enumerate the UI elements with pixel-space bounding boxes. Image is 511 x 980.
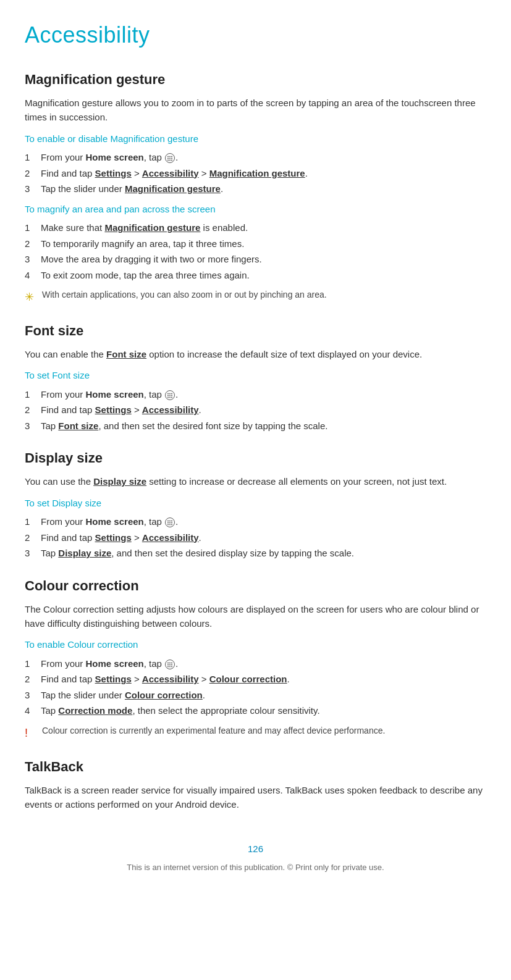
svg-point-15	[169, 395, 171, 396]
step-item: 3Tap the slider under Colour correction.	[25, 689, 486, 703]
svg-point-12	[169, 393, 171, 394]
warning-text: Colour correction is currently an experi…	[42, 724, 385, 737]
svg-point-24	[167, 522, 169, 524]
tip-icon: ✳	[25, 289, 37, 306]
step-item: 1From your Home screen, tap .	[25, 388, 486, 402]
section-desc-colour-correction: The Colour correction setting adjusts ho…	[25, 602, 486, 631]
svg-point-25	[169, 522, 171, 524]
section-title-font-size: Font size	[25, 320, 486, 341]
svg-point-1	[167, 156, 169, 157]
svg-point-18	[169, 396, 171, 398]
section-desc-magnification: Magnification gesture allows you to zoom…	[25, 96, 486, 125]
tip-text: With certain applications, you can also …	[42, 288, 327, 301]
section-title-magnification: Magnification gesture	[25, 69, 486, 90]
step-item: 3Move the area by dragging it with two o…	[25, 253, 486, 267]
svg-point-26	[171, 522, 172, 524]
svg-point-22	[169, 521, 171, 522]
step-item: 1From your Home screen, tap .	[25, 657, 486, 671]
section-talkback: TalkBack TalkBack is a screen reader ser…	[25, 756, 486, 812]
section-title-display-size: Display size	[25, 448, 486, 468]
subsection-title-set-font: To set Font size	[25, 369, 486, 383]
steps-set-display: 1From your Home screen, tap . 2Find and …	[25, 515, 486, 561]
step-item: 1Make sure that Magnification gesture is…	[25, 221, 486, 235]
svg-point-37	[167, 666, 169, 667]
steps-enable-magnification: 1From your Home screen, tap . 2Find and …	[25, 151, 486, 196]
app-grid-icon	[165, 517, 175, 527]
step-item: 2To temporarily magnify an area, tap it …	[25, 237, 486, 251]
section-title-talkback: TalkBack	[25, 756, 486, 777]
step-item: 4To exit zoom mode, tap the area three t…	[25, 269, 486, 283]
svg-point-36	[171, 664, 172, 665]
svg-point-33	[171, 662, 172, 663]
section-magnification-gesture: Magnification gesture Magnification gest…	[25, 69, 486, 306]
svg-point-39	[171, 666, 172, 667]
subsection-title-magnify: To magnify an area and pan across the sc…	[25, 203, 486, 217]
svg-point-13	[171, 393, 172, 394]
svg-point-5	[169, 158, 171, 159]
footer-note: This is an internet version of this publ…	[127, 863, 384, 872]
svg-point-11	[167, 393, 169, 394]
section-desc-font-size: You can enable the Font size option to i…	[25, 347, 486, 361]
subsection-title-set-display: To set Display size	[25, 496, 486, 511]
page-title: Accessibility	[25, 19, 486, 52]
section-title-colour-correction: Colour correction	[25, 576, 486, 596]
svg-point-27	[167, 524, 169, 526]
svg-point-3	[171, 156, 172, 157]
svg-point-38	[169, 666, 171, 667]
svg-point-4	[167, 158, 169, 159]
warning-icon: !	[25, 725, 37, 742]
step-item: 2Find and tap Settings > Accessibility >…	[25, 672, 486, 687]
page-footer: 126 This is an internet version of this …	[25, 836, 486, 874]
steps-set-font: 1From your Home screen, tap . 2Find and …	[25, 388, 486, 433]
warning-colour-correction: ! Colour correction is currently an expe…	[25, 724, 486, 742]
steps-magnify: 1Make sure that Magnification gesture is…	[25, 221, 486, 282]
svg-point-14	[167, 395, 169, 396]
svg-point-34	[167, 664, 169, 665]
section-desc-display-size: You can use the Display size setting to …	[25, 474, 486, 488]
step-item: 4Tap Correction mode, then select the ap…	[25, 704, 486, 718]
step-item: 1From your Home screen, tap .	[25, 151, 486, 165]
svg-point-21	[167, 521, 169, 522]
svg-point-35	[169, 664, 171, 665]
svg-point-29	[171, 524, 172, 526]
step-item: 3Tap Display size, and then set the desi…	[25, 547, 486, 561]
page-number: 126	[25, 842, 486, 856]
step-item: 1From your Home screen, tap .	[25, 515, 486, 529]
subsection-title-enable-magnification: To enable or disable Magnification gestu…	[25, 132, 486, 146]
steps-enable-colour: 1From your Home screen, tap . 2Find and …	[25, 657, 486, 718]
step-item: 3Tap the slider under Magnification gest…	[25, 182, 486, 196]
step-item: 3Tap Font size, and then set the desired…	[25, 419, 486, 433]
step-item: 2Find and tap Settings > Accessibility >…	[25, 167, 486, 181]
svg-point-16	[171, 395, 172, 396]
svg-point-31	[167, 662, 169, 663]
step-item: 2Find and tap Settings > Accessibility.	[25, 531, 486, 545]
tip-magnification: ✳ With certain applications, you can als…	[25, 288, 486, 306]
subsection-title-enable-colour: To enable Colour correction	[25, 638, 486, 652]
svg-point-19	[171, 396, 172, 398]
svg-point-8	[169, 160, 171, 161]
svg-point-17	[167, 396, 169, 398]
svg-point-28	[169, 524, 171, 526]
section-colour-correction: Colour correction The Colour correction …	[25, 576, 486, 742]
svg-point-9	[171, 160, 172, 161]
app-grid-icon	[165, 390, 175, 400]
section-desc-talkback: TalkBack is a screen reader service for …	[25, 783, 486, 812]
svg-point-32	[169, 662, 171, 663]
section-font-size: Font size You can enable the Font size o…	[25, 320, 486, 433]
section-display-size: Display size You can use the Display siz…	[25, 448, 486, 560]
svg-point-7	[167, 160, 169, 161]
step-item: 2Find and tap Settings > Accessibility.	[25, 403, 486, 417]
svg-point-23	[171, 521, 172, 522]
app-grid-icon	[165, 153, 175, 163]
svg-point-6	[171, 158, 172, 159]
svg-point-2	[169, 156, 171, 157]
app-grid-icon	[165, 660, 175, 669]
